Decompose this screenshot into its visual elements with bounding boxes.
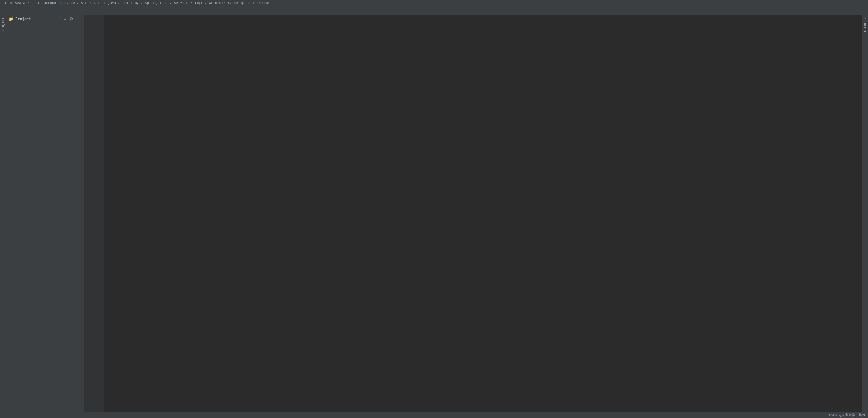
editor [84, 15, 862, 412]
sidebar-header: 📁 Project ⊕ ≡ ⚙ — [6, 15, 84, 23]
sidebar-title: Project [15, 17, 31, 21]
structure-vert-label[interactable]: Structure [863, 16, 867, 35]
sidebar-globe-btn[interactable]: ⊕ [56, 16, 62, 22]
breadcrumb-text: cloud-seata / seata-account-service / sr… [2, 1, 269, 5]
left-panel-tab: Project [0, 15, 6, 412]
sidebar-list-btn[interactable]: ≡ [63, 16, 67, 22]
status-credit: CSDN @人生就像一场戏 [829, 413, 866, 417]
line-numbers [90, 15, 104, 412]
sidebar-gear-btn[interactable]: ⚙ [69, 16, 74, 22]
sidebar: 📁 Project ⊕ ≡ ⚙ — [6, 15, 84, 412]
sidebar-minimize-btn[interactable]: — [75, 16, 82, 22]
project-label: 📁 [9, 17, 13, 21]
breadcrumb: cloud-seata / seata-account-service / sr… [0, 0, 868, 6]
code-content[interactable] [104, 15, 862, 412]
status-bar: CSDN @人生就像一场戏 [0, 412, 868, 418]
sidebar-tree [6, 23, 84, 412]
structure-panel-tab[interactable]: Structure [862, 15, 868, 412]
project-vert-label[interactable]: Project [1, 16, 5, 32]
editor-gutter [84, 15, 90, 412]
sidebar-toolbar: ⊕ ≡ ⚙ — [56, 16, 82, 22]
tab-bar [0, 6, 868, 15]
